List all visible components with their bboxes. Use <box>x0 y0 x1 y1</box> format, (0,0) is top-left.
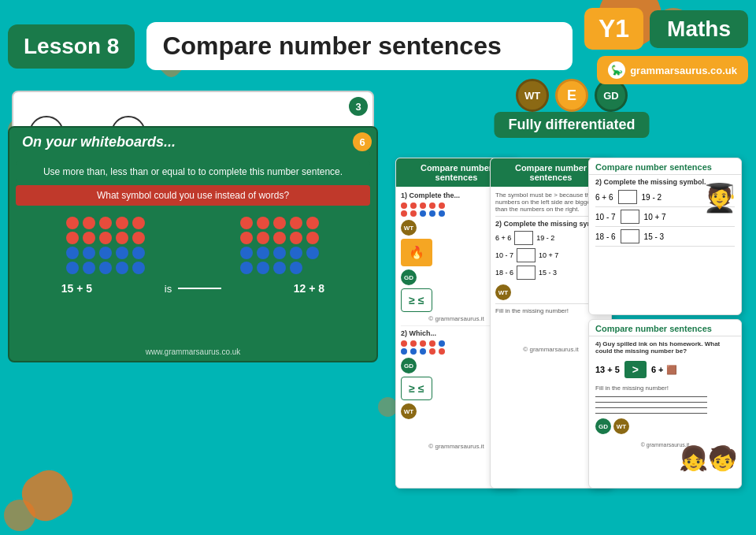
ws-rt-r3-right: 15 - 3 <box>644 232 665 241</box>
fully-diff-text: Fully differentiated <box>508 117 635 132</box>
ws-flamey-icon: 🔥 <box>401 239 432 266</box>
ws-rt-title-text: Compare number sentences <box>595 162 712 172</box>
ws-rt-r2-box <box>621 210 639 224</box>
right-expression: 12 + 8 <box>294 282 324 295</box>
ws-gd-badge-2: GD <box>401 358 417 373</box>
ws-c-r3-box <box>517 266 536 280</box>
right-worksheets: WT E GD Fully differentiated Compare num… <box>395 79 748 527</box>
character-figures-bottom: 👧🧒 <box>679 444 737 472</box>
ws-center-wt: WT <box>495 284 511 300</box>
ws-rt-body: 2) Complete the missing symbol. 6 + 6 19… <box>589 175 741 247</box>
dots-area <box>9 212 376 279</box>
ws-c-r1-box <box>514 231 533 245</box>
ws-rt-r2-right: 10 + 7 <box>644 213 666 221</box>
ws-rb-title: Compare number sentences <box>589 320 741 336</box>
ws-rt-r1-left: 6 + 6 <box>595 193 613 202</box>
ws-rb-left: 13 + 5 <box>595 365 620 374</box>
worksheet-right-bottom: Compare number sentences 4) Guy spilled … <box>588 319 742 489</box>
ws-wt-badge-2: WT <box>401 403 417 419</box>
fully-diff-banner: Fully differentiated <box>494 112 649 138</box>
whiteboard-text: On your whiteboards... <box>22 134 176 150</box>
ws-c-r3-right: 15 - 3 <box>539 269 557 277</box>
ws-rb-symbol: > <box>624 361 647 378</box>
year-label: Y1 <box>598 14 629 43</box>
ws-rb-title-text: Compare number sentences <box>595 324 712 333</box>
website-url: grammarsaurus.co.uk <box>630 65 737 76</box>
left-slides: 3 4 9 5 5 8 3 <box>8 79 386 527</box>
lesson-label: Lesson 8 <box>24 34 119 58</box>
ws-rb-level-badges: GD WT <box>595 418 735 434</box>
red-instruction: What symbol could you use instead of wor… <box>16 185 370 206</box>
header: Lesson 8 Compare number sentences Y1 Mat… <box>8 8 748 84</box>
ws-rt-r1-right: 19 - 2 <box>642 193 662 202</box>
ws-rt-r1-box <box>618 190 637 204</box>
ws-c-r2-right: 10 + 7 <box>539 251 558 259</box>
dots-group-right <box>240 217 321 274</box>
year-badge: Y1 <box>584 8 643 50</box>
ws-left-title: Compare number sentences <box>421 163 492 182</box>
red-instruction-text: What symbol could you use instead of wor… <box>97 190 289 201</box>
is-blank-area: is <box>165 283 221 295</box>
ws-c-r2-box <box>517 248 536 262</box>
ws-rb-wt: WT <box>613 418 629 434</box>
e-label: E <box>567 87 576 104</box>
ws-c-r1-right: 19 - 2 <box>536 234 554 242</box>
right-label: 12 + 8 <box>294 282 324 295</box>
maths-label: Maths <box>667 17 731 41</box>
is-text: is <box>165 283 172 295</box>
ws-c-r3-left: 18 - 6 <box>495 269 513 277</box>
worksheet-stack: Compare number sentences 1) Complete the… <box>395 158 748 527</box>
ws-rb-symbol-text: > <box>632 363 639 376</box>
left-expression: 15 + 5 <box>61 282 92 295</box>
gd-label: GD <box>603 90 619 102</box>
ws-c-r2-left: 10 - 7 <box>495 251 513 259</box>
ws-rt-row3: 18 - 6 15 - 3 <box>589 227 741 246</box>
worksheet-right-top: Compare number sentences 2) Complete the… <box>588 158 742 315</box>
ws-rt-r3-left: 18 - 6 <box>595 232 616 241</box>
dots-group-left <box>66 217 146 274</box>
title-box: Compare number sentences <box>146 22 573 70</box>
ws-rb-body: 4) Guy spilled ink on his homework. What… <box>589 336 741 451</box>
maths-badge: Maths <box>650 10 748 48</box>
lesson-badge: Lesson 8 <box>8 24 135 69</box>
ws-rb-fill-label: Fill in the missing number! <box>595 385 735 392</box>
slide-front: 6 On your whiteboards... Use more than, … <box>8 126 378 362</box>
character-figure: 🧑‍🎓 <box>702 182 737 214</box>
grammarsaurus-badge: 🦕 grammarsaurus.co.uk <box>597 56 748 84</box>
ws-rb-q: 4) Guy spilled ink on his homework. What… <box>595 340 735 355</box>
ws-rt-r2-left: 10 - 7 <box>595 213 616 221</box>
top-right-badges: Y1 Maths 🦕 grammarsaurus.co.uk <box>584 8 748 84</box>
ws-compare-icon: ≥ ≤ <box>401 288 432 312</box>
ws-rb-right: 6 + 🟫 <box>651 365 677 375</box>
ws-rt-question-text: 2) Complete the missing symbol. <box>595 178 706 186</box>
ws-center-title: Compare number sentences <box>515 163 587 182</box>
dots-grid-left <box>66 217 146 274</box>
year-maths-row: Y1 Maths <box>584 8 748 50</box>
ws-c-r1-left: 6 + 6 <box>495 234 511 242</box>
ws-rb-equation-row: 13 + 5 > 6 + 🟫 <box>595 361 735 378</box>
slide-3-number: 3 <box>349 97 368 116</box>
dots-grid-right <box>240 217 321 274</box>
ws-compare-icon-2: ≥ ≤ <box>401 377 432 400</box>
ws-wt-badge-1: WT <box>401 220 417 236</box>
left-label: 15 + 5 <box>61 282 92 295</box>
whiteboard-banner: On your whiteboards... <box>9 128 376 157</box>
wt-label: WT <box>524 90 540 102</box>
ws-gd-badge-1: GD <box>401 269 417 285</box>
slide-footer: www.grammarsaurus.co.uk <box>146 347 241 356</box>
main-content: 3 4 9 5 5 8 3 <box>8 79 748 527</box>
green-instruction-text: Use more than, less than or equal to to … <box>43 166 343 177</box>
ws-rt-title: Compare number sentences <box>589 158 741 175</box>
page-title: Compare number sentences <box>162 32 501 61</box>
green-instruction: Use more than, less than or equal to to … <box>16 162 370 182</box>
ws-rb-gd: GD <box>595 418 611 434</box>
grammarsaurus-logo-icon: 🦕 <box>611 65 623 76</box>
ws-rb-question-text: 4) Guy spilled ink on his homework. What… <box>595 340 720 355</box>
ws-rt-r3-box <box>621 229 639 243</box>
grammarsaurus-icon: 🦕 <box>608 61 625 79</box>
slide-6-number: 6 <box>353 132 372 151</box>
